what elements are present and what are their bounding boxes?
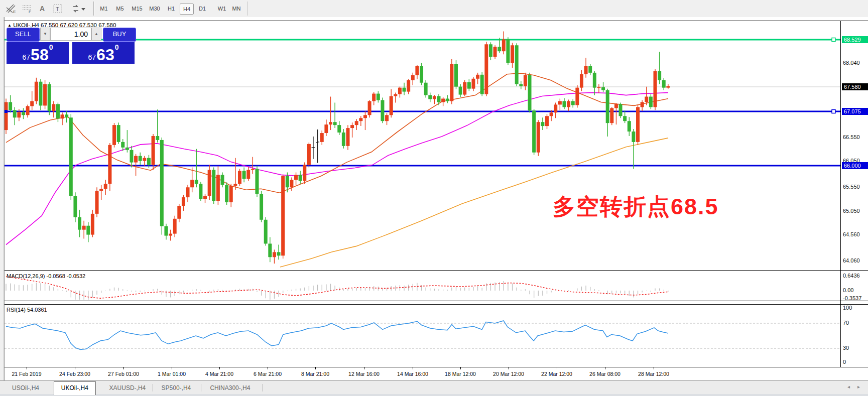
tf-w1[interactable]: W1 [216,4,228,14]
sell-price-display[interactable]: 67580 [7,42,69,64]
time-label: 12 Mar 16:00 [348,371,380,377]
price-box-level-blue: 66.000 [842,162,868,169]
time-label: 6 Mar 21:00 [254,371,282,377]
sell-price-big: 58 [31,47,49,62]
price-tick: 64.560 [843,231,860,237]
time-tick [27,367,27,369]
time-tick [123,367,124,369]
macd-bottom-border [5,301,868,301]
cycle-arrows-icon[interactable] [71,3,86,14]
sell-price-prefix: 67 [23,53,31,61]
price-box-level-green: 68.529 [842,36,868,43]
time-label: 26 Mar 08:00 [589,371,621,377]
time-tick [413,367,413,369]
buy-button[interactable]: BUY [103,28,136,42]
time-label: 1 Mar 01:00 [158,371,186,377]
line-handle-left [5,110,8,113]
tf-m1[interactable]: M1 [98,4,109,14]
rsi-pane[interactable] [5,305,840,367]
tab-usoilh4[interactable]: USOil-,H4 [5,382,46,394]
macd-tick: 0.00 [843,287,853,293]
time-tick [654,367,654,369]
one-click-trade-panel: SELL ▼ ▲ BUY 67580 67630 [7,28,135,65]
tab-ukoilh4[interactable]: UKOil-,H4 [54,381,96,395]
toolbar: E F A T M1 M5 M15 M30 H1 H4 D1 W1 MN [0,0,868,18]
sell-price-sup: 0 [49,43,53,51]
price-tick: 66.550 [843,134,860,140]
tf-mn[interactable]: MN [230,4,243,14]
line-handle [832,38,835,42]
time-label: 18 Mar 12:00 [445,371,476,377]
tab-separator [153,384,153,391]
rsi-tick: 30 [843,345,849,351]
tab-sp500h4[interactable]: SP500-,H4 [155,382,198,394]
time-tick [509,367,509,369]
tab-scroll-left-icon[interactable]: ◂ [847,384,850,389]
time-tick [75,367,75,369]
tf-d1[interactable]: D1 [197,4,208,14]
buy-price-sup: 0 [115,43,119,51]
buy-price-prefix: 67 [88,53,96,61]
line-handle [832,110,835,113]
time-tick [315,367,316,369]
tab-china300h4[interactable]: CHINA300-,H4 [203,382,257,394]
grid-icon[interactable]: F [21,3,33,14]
text-object-icon[interactable]: T [52,3,63,14]
buy-price-big: 63 [96,47,114,62]
tf-m15[interactable]: M15 [130,4,144,14]
time-tick [605,367,605,369]
time-label: 24 Feb 23:00 [59,371,90,377]
price-box-level-blue: 67.075 [842,108,868,115]
time-label: 28 Mar 12:00 [638,371,669,377]
svg-text:T: T [56,6,59,12]
time-tick [219,367,220,369]
volume-down-button[interactable]: ▼ [40,28,50,41]
rsi-tick: 0 [843,359,846,365]
time-label: 20 Mar 12:00 [493,371,524,377]
window-edge [0,17,5,396]
toolbar-separator [93,2,94,16]
time-label: 22 Mar 12:00 [541,371,572,377]
sell-button[interactable]: SELL [7,28,40,42]
collapse-triangle-icon[interactable]: ▲ [8,23,12,28]
time-label: 21 Feb 2019 [12,371,42,377]
price-box-bid-price: 67.580 [842,83,868,90]
toolbar-separator [247,2,247,16]
chart-annotation-text[interactable]: 多空转折点68.5 [553,192,719,222]
tab-xauusdh4[interactable]: XAUUSD-,H4 [102,382,153,394]
price-tick: 64.060 [843,257,860,263]
macd-tick: 0.6436 [843,273,860,279]
text-a-icon[interactable]: A [38,3,46,14]
tab-separator [263,384,263,391]
svg-text:F: F [29,10,31,14]
crosshair-draw-icon[interactable]: E [5,3,17,14]
mt4-terminal: E F A T M1 M5 M15 M30 H1 H4 D1 W1 MN [0,0,868,396]
price-axis-line [840,21,841,367]
time-label: 8 Mar 21:00 [301,371,329,377]
rsi-tick: 100 [843,305,852,311]
rsi-tick: 70 [843,320,849,326]
chart-window: ▲ UKOil-,H4 67.550 67.620 67.530 67.580 … [5,17,868,380]
macd-pane[interactable] [5,271,840,301]
tf-m5[interactable]: M5 [114,4,126,14]
time-label: 27 Feb 01:00 [108,371,139,377]
tf-h1[interactable]: H1 [166,4,177,14]
tf-h4[interactable]: H4 [180,4,194,15]
time-tick [364,367,364,369]
tab-scroll-right-icon[interactable]: ▸ [857,384,860,389]
time-tick [268,367,268,369]
time-axis[interactable]: 21 Feb 201924 Feb 23:0027 Feb 01:001 Mar… [5,367,868,380]
macd-label: MACD(12,26,9) -0.0568 -0.0532 [7,273,85,279]
price-tick: 65.050 [843,208,860,214]
volume-input[interactable] [50,28,91,41]
time-label: 4 Mar 21:00 [205,371,233,377]
buy-price-display[interactable]: 67630 [72,42,135,64]
svg-text:E: E [13,10,16,14]
time-tick [460,367,461,369]
price-tick: 65.550 [843,184,860,190]
volume-up-button[interactable]: ▲ [91,28,101,41]
tf-m30[interactable]: M30 [148,4,162,14]
time-tick [172,367,172,369]
price-tick: 68.040 [843,60,860,66]
macd-tick: -0.3537 [843,295,861,301]
